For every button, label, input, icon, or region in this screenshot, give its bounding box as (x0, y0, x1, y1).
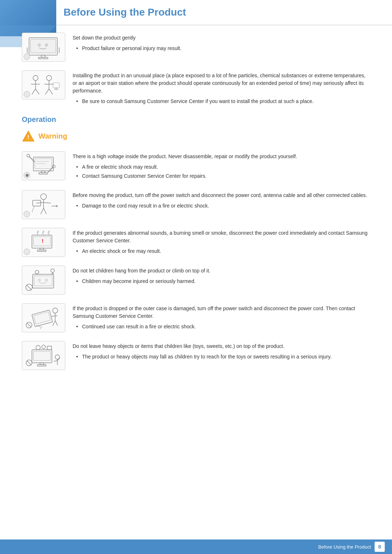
bullet-item: Children may become injured or seriously… (76, 278, 370, 285)
warning-bullets-1: A fire or electric shock may result. Con… (73, 163, 370, 180)
warning-label: Warning (38, 132, 67, 140)
svg-line-65 (53, 321, 55, 326)
page-title: Before Using the Product (64, 7, 377, 18)
svg-line-17 (49, 89, 53, 94)
svg-rect-20 (54, 89, 58, 90)
icon-badge-3: ⊗ (24, 172, 30, 178)
svg-line-39 (44, 208, 46, 214)
warning-main-6: Do not leave heavy objects or items that… (73, 342, 370, 350)
warning-triangle-icon: ! (22, 130, 35, 143)
icon-badge-1 (24, 53, 30, 60)
svg-rect-46 (37, 250, 46, 251)
bullet-item: Continued use can result in a fire or el… (76, 323, 370, 331)
bullet-item: A fire or electric shock may result. (76, 163, 370, 171)
warning-row-2: Before moving the product, turn off the … (22, 190, 370, 219)
instruction-main-1: Set down the product gently (73, 34, 370, 42)
svg-line-66 (55, 321, 58, 326)
instruction-row: Set down the product gently Product fail… (22, 33, 370, 62)
unusual-place-svg (25, 73, 62, 97)
instruction-row-2: Installing the product in an unusual pla… (22, 70, 370, 107)
bullet-list-1: Product failure or personal injury may r… (73, 45, 370, 52)
high-voltage-icon: ⊗ (22, 151, 65, 180)
svg-line-35 (36, 202, 44, 203)
svg-rect-1 (30, 39, 56, 53)
footer-label: Before Using the Product (318, 544, 371, 550)
bullet-item: Be sure to consult Samsung Customer Serv… (76, 98, 370, 105)
svg-line-78 (54, 361, 57, 361)
heavy-objects-svg (25, 343, 62, 368)
svg-rect-70 (33, 351, 50, 361)
bullet-item: The product or heavy objects may fall as… (76, 353, 370, 361)
svg-point-8 (33, 75, 38, 81)
svg-text:!: ! (27, 134, 29, 140)
warning-text-2: Before moving the product, turn off the … (73, 190, 370, 211)
svg-line-38 (41, 208, 44, 214)
unusual-place-icon (22, 70, 65, 99)
svg-point-13 (46, 75, 52, 81)
set-down-icon (22, 33, 65, 62)
warning-bullets-5: Continued use can result in a fire or el… (73, 323, 370, 331)
children-svg (25, 268, 62, 292)
warning-main-4: Do not let children hang from the produc… (73, 267, 370, 275)
bullet-item: Damage to the cord may result in a fire … (76, 202, 370, 210)
moving-product-svg (25, 192, 62, 217)
instruction-main-2: Installing the product in an unusual pla… (73, 72, 370, 95)
icon-badge-5 (24, 249, 30, 255)
svg-point-72 (42, 345, 45, 349)
warning-row-4: Do not let children hang from the produc… (22, 266, 370, 295)
svg-point-62 (53, 308, 58, 313)
svg-line-81 (27, 361, 31, 365)
warning-text-3: If the product generates abnormal sounds… (73, 228, 370, 257)
warning-bullets-6: The product or heavy objects may fall as… (73, 353, 370, 361)
page-footer: Before Using the Product 8 (0, 539, 392, 554)
warning-bullets-3: An electric shock or fire may result. (73, 247, 370, 255)
warning-main-2: Before moving the product, turn off the … (73, 192, 370, 199)
operation-heading: Operation (22, 115, 370, 124)
monitor-svg (25, 35, 62, 59)
sidebar-decoration (0, 0, 56, 36)
bullet-item: Contact Samsung Customer Service Center … (76, 172, 370, 180)
warning-row-6: Do not leave heavy objects or items that… (22, 341, 370, 370)
warning-row-3: ! If the product generates abnormal soun… (22, 228, 370, 257)
svg-line-11 (32, 89, 36, 94)
footer-page-number: 8 (375, 542, 385, 552)
abnormal-sounds-icon: ! (22, 228, 65, 257)
warning-block: ! Warning (22, 130, 370, 143)
warning-bullets-2: Damage to the cord may result in a fire … (73, 202, 370, 210)
bullet-list-2: Be sure to consult Samsung Customer Serv… (73, 98, 370, 105)
warning-text-4: Do not let children hang from the produc… (73, 266, 370, 287)
heavy-objects-icon (22, 341, 65, 370)
svg-rect-73 (47, 346, 52, 350)
warning-text-6: Do not leave heavy objects or items that… (73, 341, 370, 362)
warning-row-1: ⊗ There is a high voltage inside the pro… (22, 151, 370, 181)
warning-text-5: If the product is dropped or the outer c… (73, 303, 370, 332)
svg-rect-48 (34, 276, 52, 286)
warning-main-3: If the product generates abnormal sounds… (73, 229, 370, 245)
svg-point-32 (52, 165, 55, 168)
instruction-text-1: Set down the product gently Product fail… (73, 33, 370, 54)
svg-marker-41 (56, 205, 58, 207)
abnormal-sounds-svg: ! (25, 230, 62, 255)
warning-row-5: If the product is dropped or the outer c… (22, 303, 370, 332)
svg-line-61 (40, 327, 42, 329)
children-icon (22, 266, 65, 295)
svg-point-51 (51, 269, 54, 272)
icon-badge-4 (24, 211, 30, 217)
svg-rect-4 (41, 55, 45, 57)
svg-line-12 (36, 89, 39, 94)
svg-rect-28 (39, 173, 48, 174)
dropped-svg (25, 305, 62, 330)
svg-point-71 (36, 345, 40, 350)
main-content: Set down the product gently Product fail… (0, 25, 392, 401)
instruction-text-2: Installing the product in an unusual pla… (73, 70, 370, 107)
icon-badge-2 (24, 91, 30, 98)
warning-bullets-4: Children may become injured or seriously… (73, 278, 370, 285)
warning-text-1: There is a high voltage inside the produ… (73, 151, 370, 181)
dropped-icon (22, 303, 65, 332)
svg-text:!: ! (42, 238, 44, 244)
page-header: Before Using the Product (0, 0, 392, 25)
svg-point-54 (35, 270, 39, 274)
warning-main-5: If the product is dropped or the outer c… (73, 305, 370, 320)
svg-point-30 (27, 154, 30, 157)
bullet-item: Product failure or personal injury may r… (76, 45, 370, 52)
